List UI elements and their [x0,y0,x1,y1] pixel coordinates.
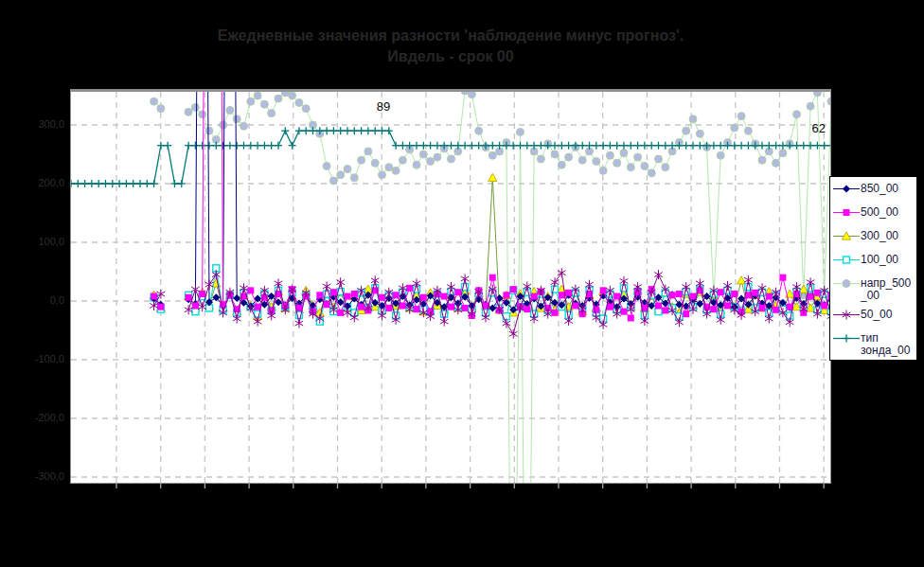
legend-item-напр_500_00: напр_500 _00 [832,277,915,302]
y-axis-label: -300,0 [6,470,64,482]
data-label-89: 89 [377,99,390,114]
chart-plot-svg [71,92,830,483]
legend-label: 850_00 [861,183,898,195]
square-marker-icon [832,206,861,219]
circle-marker-icon [832,277,861,290]
y-axis-label: -200,0 [6,412,64,423]
legend-label: 100_00 [861,254,898,266]
data-label-62: 62 [812,121,826,135]
legend-label: напр_500 _00 [861,277,911,302]
legend-label: тип зонда_00 [861,332,910,357]
y-axis-label: 0,0 [6,294,64,306]
asterisk-marker-icon [832,309,861,321]
plot-area: 8962 [70,89,831,484]
chart-title: Ежедневные значения разности 'наблюдение… [71,26,830,67]
chart-title-line2: Ивдель - срок 00 [71,46,830,67]
y-axis-label: -100,0 [6,353,64,364]
legend-label: 50_00 [861,309,892,321]
x-axis-ticks [71,484,830,490]
legend-label: 300_00 [861,230,898,242]
y-axis-label: 300,0 [6,118,64,130]
diamond-marker-icon [832,183,861,195]
legend-item-500_00: 500_00 [832,206,915,219]
chart-title-line1: Ежедневные значения разности 'наблюдение… [71,26,830,46]
legend-item-50_00: 50_00 [832,309,915,321]
legend-item-300_00: 300_00 [832,230,915,242]
y-axis-label: 200,0 [6,177,64,188]
chart-canvas: Ежедневные значения разности 'наблюдение… [0,0,924,567]
plus-marker-icon [832,332,861,345]
legend-item-850_00: 850_00 [832,183,915,195]
y-axis-label: 100,0 [6,236,64,247]
legend: 850_00500_00300_00100_00напр_500 _0050_0… [829,176,917,361]
open-square-marker-icon [832,254,861,266]
legend-item-тип зонда_00: тип зонда_00 [832,332,915,357]
legend-label: 500_00 [861,206,898,219]
triangle-marker-icon [832,230,861,242]
legend-item-100_00: 100_00 [832,254,915,266]
